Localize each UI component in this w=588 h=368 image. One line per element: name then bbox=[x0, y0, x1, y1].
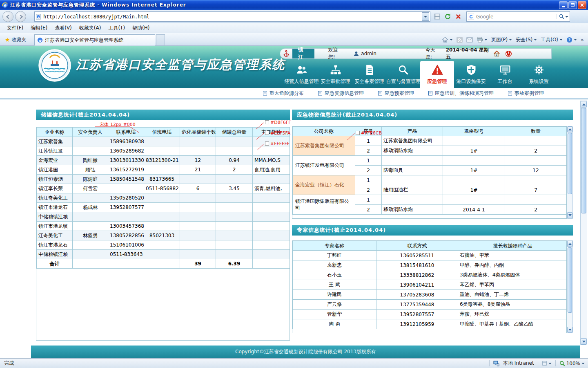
column-header: 规格型号 bbox=[443, 127, 505, 136]
menu-item[interactable]: 查看(V) bbox=[51, 23, 76, 33]
toolbar-button[interactable]: 页面(P) bbox=[491, 36, 512, 43]
scroll-thumb[interactable] bbox=[568, 133, 572, 194]
scroll-thumb[interactable] bbox=[568, 247, 572, 313]
scroll-up-button[interactable] bbox=[567, 126, 572, 132]
list-icon bbox=[378, 91, 383, 96]
scroll-up-button[interactable] bbox=[567, 241, 572, 247]
cell: 2 bbox=[355, 166, 382, 175]
cell: 12 bbox=[180, 156, 216, 165]
nav-item-label: 港口设施保安 bbox=[457, 78, 486, 85]
home-shortcut-icon[interactable] bbox=[493, 50, 500, 57]
cell: 13338812862 bbox=[376, 270, 458, 280]
cell: 苯乙烯、甲苯丙 bbox=[458, 280, 567, 290]
print-button[interactable] bbox=[477, 36, 488, 43]
experts-table-container: 专家名称联系方式擅长救援物种产品 丁邦红13605285511石脑油、甲苯袁新忠… bbox=[292, 240, 567, 333]
address-field[interactable]: e http://localhost:8080/yjpt/Main.html bbox=[34, 11, 430, 22]
column-header: 安全负责人 bbox=[73, 128, 108, 137]
toolbar-button-label: 安全(S) bbox=[516, 36, 532, 43]
scroll-down-button[interactable] bbox=[567, 327, 572, 333]
scroll-down-button[interactable] bbox=[581, 338, 587, 345]
menu-item[interactable]: 工具(T) bbox=[105, 23, 129, 33]
favorites-button[interactable]: ★ 收藏夹 bbox=[2, 35, 29, 44]
menu-item[interactable]: 收藏夹(A) bbox=[76, 23, 105, 33]
nav-item-7[interactable]: 工作台 bbox=[488, 61, 522, 88]
stop-button[interactable] bbox=[453, 11, 463, 22]
cell: 镇江港国 bbox=[37, 165, 73, 175]
toolbar-overflow-chevron[interactable]: » bbox=[581, 37, 584, 43]
subnav-item-3[interactable]: 应急预案管理 bbox=[378, 90, 414, 97]
nav-item-4[interactable]: 自查与督查管理 bbox=[386, 61, 420, 88]
cell bbox=[180, 203, 216, 212]
subnav-item-4[interactable]: 应急培训、演练和演习管理 bbox=[428, 90, 494, 97]
scroll-thumb[interactable] bbox=[581, 108, 586, 213]
feeds-icon[interactable] bbox=[457, 37, 463, 43]
table-row: 江苏索普集15896380938 bbox=[37, 137, 290, 146]
forward-button[interactable] bbox=[15, 11, 26, 22]
new-tab-stub[interactable] bbox=[156, 34, 165, 46]
close-button[interactable]: × bbox=[578, 1, 586, 9]
experts-panel-title: 专家信息统计(截止2014.04.04) bbox=[297, 227, 386, 234]
nav-item-8[interactable]: 系统设置 bbox=[522, 61, 556, 88]
cell bbox=[253, 212, 290, 222]
column-header: 危化品储罐个数 bbox=[180, 128, 216, 137]
cell bbox=[253, 250, 290, 259]
toolbar-button[interactable]: 安全(S) bbox=[516, 36, 537, 43]
supplies-scrollbar[interactable] bbox=[567, 126, 573, 219]
menu-item[interactable]: 帮助(H) bbox=[129, 23, 153, 33]
svg-text:?: ? bbox=[568, 37, 570, 42]
subnav-item-5[interactable]: 事故案例管理 bbox=[508, 90, 544, 97]
search-magnifier-icon[interactable] bbox=[557, 14, 568, 19]
maximize-button[interactable] bbox=[568, 1, 577, 9]
subnav-item-1[interactable]: 重大危险源分布 bbox=[263, 90, 304, 97]
page-scrollbar[interactable] bbox=[580, 101, 587, 345]
cell: 1 bbox=[355, 195, 382, 205]
cell: 沥青,燃料油, bbox=[253, 184, 290, 193]
cell bbox=[382, 175, 443, 185]
cell: 严云修 bbox=[293, 300, 376, 310]
logout-power-icon[interactable] bbox=[505, 50, 512, 57]
cell bbox=[505, 156, 567, 166]
cell: 镇江市港龙镇 bbox=[37, 222, 73, 231]
compatibility-view-button[interactable] bbox=[432, 11, 442, 22]
help-button[interactable]: ? bbox=[566, 37, 577, 43]
cell bbox=[180, 250, 216, 259]
cell: 0.94 bbox=[216, 156, 253, 165]
user-icon bbox=[354, 51, 359, 56]
table-row: 镇江奇美化工13505280520 bbox=[37, 193, 290, 203]
cell: 2014-4-1 bbox=[443, 205, 505, 215]
zoom-control[interactable]: 100% bbox=[559, 361, 585, 366]
table-row: 严云修137753594486类毒害品、8类腐蚀品 bbox=[293, 300, 567, 310]
scroll-up-button[interactable] bbox=[581, 101, 587, 108]
cell: 王 斌 bbox=[293, 280, 376, 290]
cell bbox=[443, 136, 505, 146]
protected-mode-icon[interactable] bbox=[542, 361, 552, 366]
read-mail-icon[interactable] bbox=[466, 37, 473, 43]
menu-item[interactable]: 编辑(E) bbox=[27, 23, 51, 33]
home-button[interactable] bbox=[442, 36, 453, 43]
total-cell: 合计 bbox=[37, 259, 73, 269]
experts-scrollbar[interactable] bbox=[567, 240, 573, 333]
cell bbox=[144, 137, 180, 146]
nav-item-1[interactable]: 经营人信息管理 bbox=[285, 61, 318, 88]
address-dropdown-button[interactable] bbox=[422, 12, 429, 21]
nav-item-5[interactable]: 应急管理 bbox=[420, 61, 454, 88]
cell: 13775359448 bbox=[376, 300, 458, 310]
nav-item-6[interactable]: 港口设施保安 bbox=[454, 61, 488, 88]
back-button[interactable] bbox=[2, 11, 13, 22]
nav-item-3[interactable]: 安全备案管理 bbox=[352, 61, 386, 88]
menu-item[interactable]: 文件(F) bbox=[3, 23, 27, 33]
cell: 2 bbox=[216, 165, 253, 175]
minimize-button[interactable] bbox=[559, 1, 568, 9]
cell: 许建民 bbox=[293, 290, 376, 300]
nav-item-2[interactable]: 安全审批管理 bbox=[318, 61, 352, 88]
gear-icon bbox=[533, 64, 545, 76]
toolbar-button[interactable]: 工具(O) bbox=[541, 36, 563, 43]
search-field[interactable]: G Google bbox=[466, 11, 570, 22]
welcome-strip: 镇江 欢迎您! admin 今天是: 2014-04-04 星期五 bbox=[280, 48, 552, 59]
tab-active[interactable]: e 江苏省港口安全监管与应急管理系统 bbox=[34, 34, 155, 46]
scroll-down-button[interactable] bbox=[567, 212, 572, 218]
list-icon bbox=[428, 91, 433, 96]
cell bbox=[216, 137, 253, 146]
subnav-item-2[interactable]: 应急资源信息管理 bbox=[318, 90, 364, 97]
refresh-button[interactable] bbox=[443, 11, 453, 22]
